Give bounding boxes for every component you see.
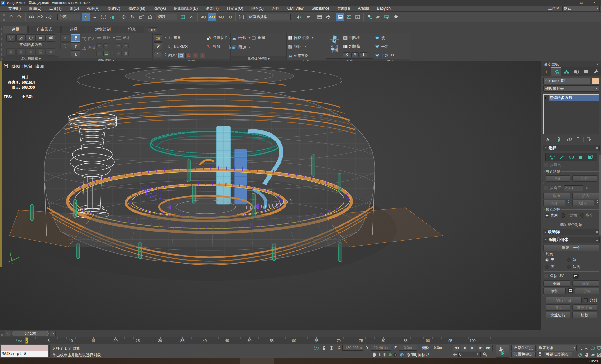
snaps-toggle-button[interactable]: 3 (199, 13, 208, 21)
align-z-button[interactable]: Z (360, 52, 367, 57)
current-frame-field[interactable]: 0▲▼ (458, 352, 481, 357)
align-to-grid-button[interactable]: 到栅格 (343, 43, 372, 50)
pin-stack-icon[interactable] (545, 136, 551, 142)
constrain-face-button[interactable] (193, 53, 198, 58)
ring-spinner[interactable]: ▲▼ (567, 200, 570, 206)
subobj-polygon-button[interactable] (578, 155, 583, 160)
select-object-button[interactable] (82, 13, 90, 21)
menu-item[interactable]: 文件(F) (4, 6, 25, 11)
split-checkbox[interactable] (584, 298, 588, 302)
shrink-button[interactable]: 收缩 (543, 193, 570, 199)
grow-top-button[interactable] (60, 34, 70, 42)
isolate-selection-icon[interactable] (313, 345, 320, 351)
mini-curve-editor-button[interactable] (15, 338, 23, 343)
undo-button[interactable]: ↶ (7, 13, 15, 21)
loop-button[interactable]: 循环 (572, 200, 594, 206)
current-frame-handle[interactable]: 0 (25, 337, 28, 344)
loop-spinner[interactable]: ▲▼ (596, 200, 599, 206)
set-key-button[interactable]: 设置关键点 (511, 352, 536, 357)
stack-item-editable-poly[interactable]: ▶ 可编辑多边形 (544, 95, 599, 101)
rollout-soft-selection-header[interactable]: ▶ 软选择 (543, 229, 600, 235)
ribbon-toggle-button[interactable] (336, 13, 344, 21)
subobj-vertex-button[interactable] (550, 155, 555, 160)
z-coordinate-field[interactable]: 0.0m (399, 345, 417, 351)
zoom-extents-icon[interactable] (590, 345, 596, 351)
preview-subobj-radio[interactable] (561, 213, 565, 218)
preview-subobj-button-1[interactable] (6, 48, 16, 56)
maxscript-mini-listener[interactable]: MAXScript 迷 (1, 345, 48, 357)
constrain-none-button[interactable] (178, 53, 184, 58)
by-angle-checkbox[interactable] (544, 186, 548, 190)
viewport-menu-pov[interactable]: [透视] (11, 64, 20, 69)
schematic-view-button[interactable] (353, 13, 362, 21)
ribbon-tab[interactable]: 对象绘制 (87, 26, 119, 33)
menu-item[interactable]: 创建(C) (103, 6, 124, 11)
taskbar-thumbnail[interactable] (240, 358, 274, 364)
next-frame-button[interactable]: |▶ (477, 345, 484, 351)
configure-modifier-sets-icon[interactable] (586, 136, 592, 142)
object-name-field[interactable]: Colume_02 (543, 78, 590, 84)
attach-button[interactable]: 附加▾ (232, 44, 250, 51)
next-frame-button[interactable]: > (50, 331, 56, 336)
tessellate-button[interactable]: 细化▾ (288, 43, 306, 50)
cut-button[interactable]: 剪切 (207, 43, 228, 50)
set-keys-button[interactable] (496, 345, 509, 358)
select-and-rotate-button[interactable]: ↻ (128, 13, 137, 21)
ring-shrink-button[interactable]: − (123, 43, 129, 48)
border-mode-button[interactable] (26, 34, 36, 42)
constraint-none-radio[interactable] (545, 258, 549, 262)
orbit-icon[interactable] (590, 352, 596, 358)
menu-item[interactable]: 帮助(H) (333, 6, 354, 11)
constraint-face-radio[interactable] (545, 265, 549, 269)
maxscript-field[interactable]: MAXScript 迷 (1, 351, 48, 357)
track-bar[interactable]: 0 51015202530354045505560657075808590951… (0, 337, 601, 344)
shrink-button[interactable]: 收缩 (82, 44, 95, 51)
track-ruler[interactable]: 0 51015202530354045505560657075808590951… (26, 337, 494, 344)
menu-item[interactable]: 编辑(E) (25, 6, 45, 11)
select-and-scale-button[interactable] (137, 13, 146, 21)
reset-plane-button[interactable]: 重置平面 (572, 304, 597, 311)
loop-shrink-button[interactable]: − (103, 43, 109, 48)
ribbon-tab[interactable]: 填充 (120, 26, 144, 33)
ribbon-minimize-button[interactable]: ▣ ▾ (148, 27, 157, 32)
use-pivot-center-button[interactable] (179, 13, 187, 21)
lock-selection-icon[interactable] (321, 345, 327, 351)
loop-range-button[interactable]: ▬ (103, 51, 109, 56)
menu-item[interactable]: 渲染(R) (202, 6, 223, 11)
make-planar-button[interactable]: 生成平面 (330, 34, 339, 53)
grow-button[interactable]: 扩大 (82, 35, 95, 42)
subobj-element-button[interactable] (587, 155, 593, 160)
isometric-cube-icon[interactable] (399, 352, 405, 357)
align-button[interactable] (304, 13, 312, 21)
spinner-snap-button[interactable]: ↕ (225, 13, 234, 21)
quick-slice-button[interactable]: 快速切片 (546, 312, 570, 318)
mirror-button[interactable] (295, 13, 303, 21)
viewport-menu-standard[interactable]: [标准] (22, 64, 32, 69)
prev-frame-button[interactable]: < (5, 331, 11, 336)
menu-item[interactable]: 脚本(S) (247, 6, 268, 11)
viewport-menu-general[interactable]: [+] (4, 64, 8, 69)
ribbon-grip[interactable] (1, 27, 2, 60)
menu-item[interactable]: 内容 (268, 6, 283, 11)
render-button[interactable] (392, 13, 400, 21)
occlude-button[interactable]: 阻挡 (572, 175, 597, 182)
x-coordinate-field[interactable]: -130.055m (342, 345, 363, 351)
tab-utilities[interactable] (591, 67, 601, 76)
menu-item[interactable]: 工具(T) (45, 6, 65, 11)
close-button[interactable]: × (588, 0, 601, 6)
modifier-list-dropdown[interactable]: 修改器列表▾ (543, 85, 599, 92)
grow-button[interactable]: 扩大 (572, 193, 599, 199)
ring-range-button[interactable]: ☰ (123, 51, 129, 56)
transform-typein-icon[interactable] (328, 345, 334, 351)
angle-field[interactable]: 45.0 (564, 185, 583, 191)
align-x-button[interactable]: X (343, 52, 350, 57)
collapse-button[interactable]: 塌陷 (572, 280, 599, 287)
panel-footer-polygon-modeling[interactable]: 多边形建模 ▾ (2, 56, 59, 61)
select-and-link-button[interactable] (27, 13, 36, 21)
maximize-button[interactable]: □ (575, 0, 588, 6)
shrink-bottom-button[interactable] (60, 42, 70, 50)
align-y-button[interactable]: Y (351, 52, 359, 57)
subobj-border-button[interactable] (569, 155, 574, 160)
viewport-menu-shading[interactable]: [边面] (35, 64, 44, 69)
menu-item[interactable]: 修改器(M) (124, 6, 149, 11)
